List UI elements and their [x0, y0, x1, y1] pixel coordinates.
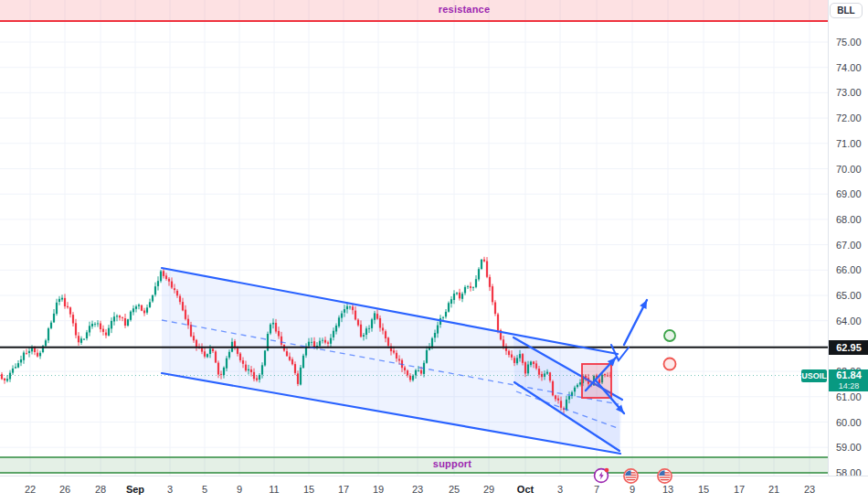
time-axis-label: Sep	[126, 484, 144, 495]
time-axis-label: 9	[630, 484, 635, 495]
time-axis-label: 15	[698, 484, 709, 495]
price-axis-label: 65.00	[836, 290, 862, 301]
time-axis-label: 23	[412, 484, 423, 495]
time-axis-label: 9	[237, 484, 242, 495]
time-axis-label: 21	[768, 484, 779, 495]
time-axis-label: 29	[483, 484, 494, 495]
green-target-circle[interactable]	[664, 330, 675, 341]
time-axis-label: 13	[662, 484, 673, 495]
bll-badge: BLL	[830, 3, 863, 18]
time-axis-label: 19	[373, 484, 384, 495]
price-axis-label: 69.00	[836, 188, 862, 199]
last-price: 61.84	[829, 369, 868, 381]
price-axis-label: 64.00	[836, 316, 862, 326]
time-axis-label: 17	[338, 484, 349, 495]
bar-countdown: 14:28	[829, 381, 868, 391]
price-axis-label: 60.00	[836, 417, 862, 428]
up-arrow[interactable]	[624, 300, 647, 345]
us-flag-event-icon[interactable]	[622, 467, 640, 485]
red-target-circle[interactable]	[664, 359, 676, 370]
time-axis-label: 23	[804, 484, 815, 495]
support-zone-label: support	[433, 458, 471, 469]
time-axis-label: 7	[594, 484, 599, 495]
time-axis-label: 15	[303, 484, 314, 495]
price-axis-label: 74.00	[836, 62, 862, 73]
price-axis-label: 71.00	[836, 138, 862, 149]
last-price-tag: 61.84 14:28	[829, 369, 868, 391]
us-flag-event-icon[interactable]	[656, 467, 673, 485]
time-axis-label: 11	[269, 484, 279, 495]
time-axis-label: 3	[167, 484, 173, 495]
price-axis-label: 61.00	[836, 391, 862, 402]
time-axis[interactable]: 222628Sep35911151719232529Oct37913151721…	[0, 476, 868, 503]
symbol-price-line-tag: USOIL	[801, 369, 827, 382]
price-axis-label: 68.00	[836, 214, 862, 225]
time-axis-label: Oct	[517, 484, 534, 495]
time-axis-label: 22	[25, 484, 36, 495]
price-axis-label: 66.00	[836, 264, 862, 275]
price-axis-label: 75.00	[836, 37, 862, 48]
price-axis-label: 70.00	[836, 164, 862, 175]
time-axis-label: 5	[202, 484, 207, 495]
time-axis-label: 25	[449, 484, 460, 495]
level-price-tag: 62.95	[829, 340, 868, 355]
time-axis-label: 26	[59, 484, 70, 495]
economic-event-icon[interactable]	[593, 466, 610, 484]
tradingview-chart-app: resistance support USOIL 75.0074.0073.00…	[0, 0, 868, 503]
candlestick-chart[interactable]	[0, 0, 828, 476]
price-axis-label: 59.00	[836, 442, 862, 453]
price-axis-label: 67.00	[836, 240, 862, 251]
price-axis-label: 72.00	[836, 112, 862, 123]
price-axis[interactable]: 75.0074.0073.0072.0071.0070.0069.0068.00…	[828, 0, 868, 476]
time-axis-label: 3	[557, 484, 563, 495]
price-axis-label: 73.00	[836, 87, 862, 98]
time-axis-label: 28	[95, 484, 106, 495]
time-axis-label: 17	[734, 484, 745, 495]
resistance-zone-label: resistance	[439, 4, 490, 15]
